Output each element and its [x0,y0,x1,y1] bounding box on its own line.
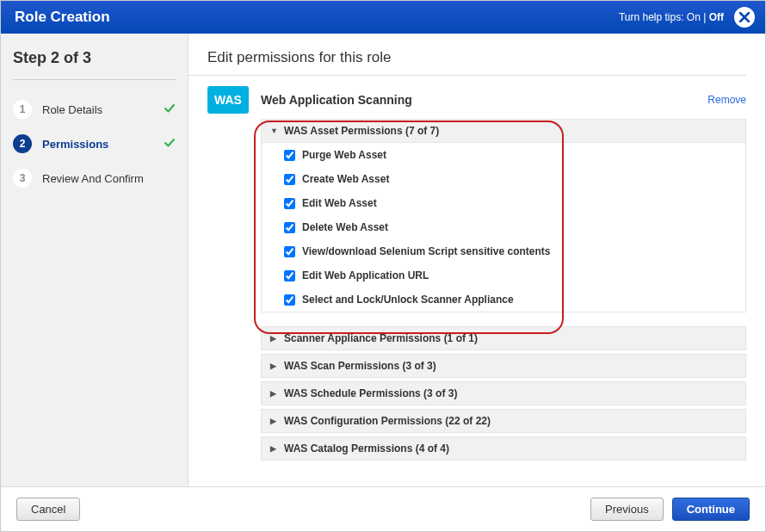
header-right: Turn help tips: On | Off [619,7,755,28]
permission-item: Select and Lock/Unlock Scanner Appliance [262,288,745,312]
previous-button[interactable]: Previous [590,498,664,521]
permission-checkbox[interactable] [284,198,295,209]
wizard-sidebar: Step 2 of 3 1Role Details2Permissions3Re… [1,34,188,486]
permission-item: Purge Web Asset [262,143,745,167]
permission-item: View/download Selenium Script sensitive … [262,239,745,263]
group-header[interactable]: ▶WAS Scan Permissions (3 of 3) [261,354,746,378]
check-icon [164,137,176,152]
step-label: Role Details [42,103,153,116]
chevron-right-icon: ▶ [270,389,279,398]
group-header[interactable]: ▶WAS Catalog Permissions (4 of 4) [261,436,746,461]
check-icon [164,102,176,117]
wizard-step[interactable]: 3Review And Confirm [13,161,176,195]
wizard-step[interactable]: 1Role Details [13,92,176,127]
content-wrap: WAS Web Application Scanning Remove ▼ WA… [207,86,746,461]
step-number: 3 [13,169,32,188]
step-label: Permissions [42,138,153,151]
dialog-footer: Cancel Previous Continue [1,486,765,531]
wizard-step[interactable]: 2Permissions [13,127,176,161]
module-title: Web Application Scanning [261,93,412,107]
group-header[interactable]: ▶Scanner Appliance Permissions (1 of 1) [261,326,746,350]
help-tips-off[interactable]: Off [709,11,724,23]
step-list: 1Role Details2Permissions3Review And Con… [13,92,176,195]
permission-checkbox[interactable] [284,174,295,185]
permission-checkbox[interactable] [284,222,295,233]
group-title: WAS Schedule Permissions (3 of 3) [284,387,457,399]
permission-item: Edit Web Asset [262,191,745,215]
remove-link[interactable]: Remove [707,94,746,106]
step-label: Review And Confirm [42,172,176,185]
permission-label: Purge Web Asset [302,149,386,161]
content-scroll[interactable]: WAS Web Application Scanning Remove ▼ WA… [188,86,765,486]
permission-label: Create Web Asset [302,173,389,185]
group-title: Scanner Appliance Permissions (1 of 1) [284,332,478,344]
permission-list: Purge Web AssetCreate Web AssetEdit Web … [261,143,746,312]
permission-checkbox[interactable] [284,270,295,281]
group-header[interactable]: ▶WAS Schedule Permissions (3 of 3) [261,381,746,405]
module-header: WAS Web Application Scanning Remove [207,86,746,114]
step-number: 1 [13,100,32,119]
step-number: 2 [13,134,32,153]
module-badge: WAS [207,86,249,114]
group-header[interactable]: ▶WAS Configuration Permissions (22 of 22… [261,409,746,433]
group-title: WAS Asset Permissions (7 of 7) [284,125,439,137]
help-tips-toggle[interactable]: Turn help tips: On | Off [619,11,724,23]
divider [13,79,176,80]
close-icon [739,12,750,22]
cancel-button[interactable]: Cancel [16,498,80,521]
chevron-right-icon: ▶ [270,334,279,343]
chevron-right-icon: ▶ [270,444,279,453]
permission-label: Delete Web Asset [302,221,388,233]
chevron-down-icon: ▼ [270,127,279,135]
group-title: WAS Scan Permissions (3 of 3) [284,360,436,372]
group-header-asset-permissions[interactable]: ▼ WAS Asset Permissions (7 of 7) [261,119,746,143]
role-creation-dialog: Role Creation Turn help tips: On | Off S… [0,0,766,532]
dialog-body: Step 2 of 3 1Role Details2Permissions3Re… [1,34,765,486]
chevron-right-icon: ▶ [270,417,279,425]
permission-checkbox[interactable] [284,294,295,306]
chevron-right-icon: ▶ [270,362,279,370]
main-panel: Edit permissions for this role WAS Web A… [188,34,765,486]
permission-label: Select and Lock/Unlock Scanner Appliance [302,294,514,306]
group-title: WAS Configuration Permissions (22 of 22) [284,415,491,427]
permission-label: Edit Web Application URL [302,269,429,281]
page-title: Edit permissions for this role [188,34,765,75]
permission-checkbox[interactable] [284,246,295,257]
permission-item: Delete Web Asset [262,215,745,239]
permission-label: Edit Web Asset [302,197,377,209]
permission-item: Create Web Asset [262,167,745,191]
dialog-title: Role Creation [15,9,110,26]
divider [188,75,746,76]
permission-item: Edit Web Application URL [262,263,745,288]
permission-checkbox[interactable] [284,150,295,161]
group-title: WAS Catalog Permissions (4 of 4) [284,442,449,455]
step-indicator: Step 2 of 3 [13,49,176,67]
help-tips-on[interactable]: On [687,11,701,23]
permission-label: View/download Selenium Script sensitive … [302,245,551,257]
close-button[interactable] [734,7,755,28]
continue-button[interactable]: Continue [672,498,750,521]
dialog-header: Role Creation Turn help tips: On | Off [1,1,765,34]
